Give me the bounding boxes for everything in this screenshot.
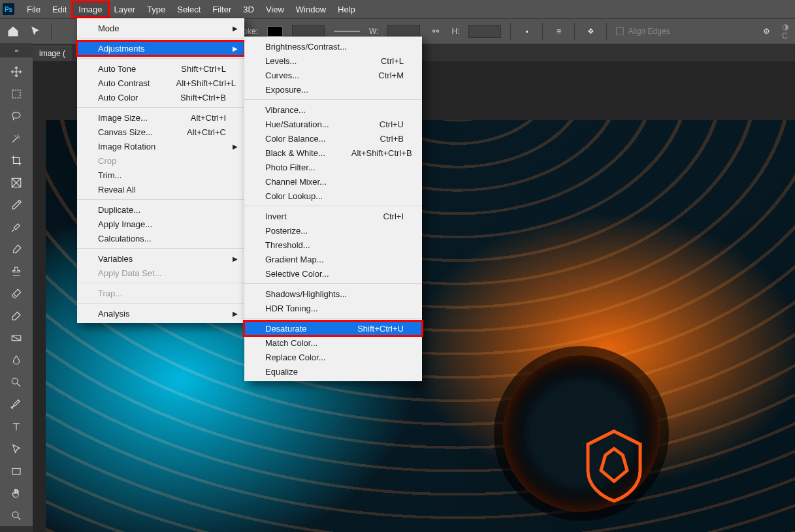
menu-window[interactable]: Window — [290, 2, 332, 17]
menuitem-channel-mixer[interactable]: Channel Mixer... — [244, 174, 422, 189]
menuitem-desaturate[interactable]: DesaturateShift+Ctrl+U — [244, 321, 422, 336]
tools-panel — [0, 57, 33, 526]
home-icon[interactable] — [7, 25, 20, 38]
menuitem-match-color[interactable]: Match Color... — [244, 336, 422, 350]
tool-crop[interactable] — [6, 150, 27, 171]
menuitem-levels[interactable]: Levels...Ctrl+L — [244, 54, 422, 68]
tool-blur[interactable] — [6, 350, 27, 371]
tool-dodge[interactable] — [6, 372, 27, 393]
width-label: W: — [369, 27, 378, 36]
tool-history-brush[interactable] — [6, 283, 27, 304]
menuitem-color-lookup[interactable]: Color Lookup... — [244, 189, 422, 203]
tool-healing[interactable] — [6, 217, 27, 238]
menuitem-selective-color[interactable]: Selective Color... — [244, 266, 422, 281]
menuitem-brightness-contrast[interactable]: Brightness/Contrast... — [244, 39, 422, 54]
tool-gradient[interactable] — [6, 328, 27, 349]
menuitem-crop: Crop — [77, 153, 244, 168]
menu-bar: Ps FileEditImageLayerTypeSelectFilter3DV… — [0, 0, 795, 18]
tool-lasso[interactable] — [6, 106, 27, 127]
menuitem-equalize[interactable]: Equalize — [244, 364, 422, 379]
menuitem-calculations[interactable]: Calculations... — [77, 231, 244, 245]
menu-help[interactable]: Help — [332, 2, 361, 17]
tool-frame[interactable] — [6, 172, 27, 193]
tool-brush[interactable] — [6, 239, 27, 260]
menuitem-auto-contrast[interactable]: Auto ContrastAlt+Shift+Ctrl+L — [77, 76, 244, 90]
menuitem-black-white[interactable]: Black & White...Alt+Shift+Ctrl+B — [244, 146, 422, 160]
tool-marquee[interactable] — [6, 84, 27, 104]
align-edges-checkbox[interactable]: Align Edges — [616, 27, 670, 36]
layers-icon[interactable]: ❖ — [584, 25, 597, 38]
menuitem-posterize[interactable]: Posterize... — [244, 223, 422, 238]
tool-stamp[interactable] — [6, 261, 27, 282]
tool-move[interactable] — [6, 61, 27, 82]
app-logo: Ps — [3, 3, 14, 15]
menuitem-hdr-toning[interactable]: HDR Toning... — [244, 301, 422, 315]
menu-select[interactable]: Select — [171, 2, 206, 17]
menuitem-image-rotation[interactable]: Image Rotation▶ — [77, 139, 244, 153]
tool-pen[interactable] — [6, 394, 27, 415]
menuitem-adjustments[interactable]: Adjustments▶ — [77, 41, 244, 55]
distribute-icon[interactable]: ≡ — [552, 25, 565, 38]
svg-point-5 — [12, 512, 18, 518]
menuitem-analysis[interactable]: Analysis▶ — [77, 306, 244, 321]
menu-layer[interactable]: Layer — [108, 2, 142, 17]
stroke-width-field[interactable] — [292, 25, 325, 38]
stroke-color-swatch[interactable] — [267, 26, 283, 37]
tool-zoom[interactable] — [6, 505, 27, 526]
menuitem-mode[interactable]: Mode▶ — [77, 21, 244, 35]
menu-edit[interactable]: Edit — [46, 2, 73, 17]
menuitem-vibrance[interactable]: Vibrance... — [244, 102, 422, 117]
link-icon[interactable]: ⚯ — [429, 25, 442, 38]
svg-rect-4 — [12, 469, 20, 475]
menu-type[interactable]: Type — [141, 2, 171, 17]
menuitem-image-size[interactable]: Image Size...Alt+Ctrl+I — [77, 110, 244, 125]
svg-point-3 — [12, 378, 18, 384]
menuitem-invert[interactable]: InvertCtrl+I — [244, 209, 422, 223]
panel-collapse-tab[interactable]: ▸▸ — [0, 43, 33, 57]
menuitem-auto-color[interactable]: Auto ColorShift+Ctrl+B — [77, 90, 244, 104]
menuitem-reveal-all[interactable]: Reveal All — [77, 182, 244, 196]
menu-view[interactable]: View — [260, 2, 290, 17]
arrow-cursor-icon[interactable] — [29, 25, 42, 38]
svg-rect-0 — [12, 90, 20, 98]
menuitem-hue-saturation[interactable]: Hue/Saturation...Ctrl+U — [244, 117, 422, 131]
menuitem-curves[interactable]: Curves...Ctrl+M — [244, 68, 422, 82]
adjustments-submenu: Brightness/Contrast...Levels...Ctrl+LCur… — [244, 37, 422, 381]
document-tab[interactable]: image ( — [33, 46, 72, 61]
gear-icon[interactable]: ⚙ — [760, 25, 773, 38]
tool-eyedropper[interactable] — [6, 195, 27, 215]
menu-file[interactable]: File — [21, 2, 46, 17]
tool-wand[interactable] — [6, 128, 27, 149]
menuitem-exposure[interactable]: Exposure... — [244, 82, 422, 97]
tool-hand[interactable] — [6, 483, 27, 504]
menuitem-apply-data-set: Apply Data Set... — [77, 266, 244, 280]
menuitem-variables[interactable]: Variables▶ — [77, 251, 244, 266]
tool-rectangle[interactable] — [6, 461, 27, 482]
image-menu: Mode▶Adjustments▶Auto ToneShift+Ctrl+LAu… — [77, 18, 244, 323]
menuitem-photo-filter[interactable]: Photo Filter... — [244, 160, 422, 174]
height-label: H: — [451, 27, 459, 36]
menuitem-auto-tone[interactable]: Auto ToneShift+Ctrl+L — [77, 61, 244, 76]
tool-path-select[interactable] — [6, 439, 27, 460]
menuitem-color-balance[interactable]: Color Balance...Ctrl+B — [244, 131, 422, 146]
tool-eraser[interactable] — [6, 305, 27, 326]
menuitem-replace-color[interactable]: Replace Color... — [244, 350, 422, 364]
align-icon[interactable]: ▪ — [520, 25, 533, 38]
menuitem-threshold[interactable]: Threshold... — [244, 238, 422, 252]
menu-3d[interactable]: 3D — [237, 2, 260, 17]
height-field[interactable] — [468, 25, 501, 38]
menu-image[interactable]: Image — [73, 2, 108, 17]
menuitem-canvas-size[interactable]: Canvas Size...Alt+Ctrl+C — [77, 125, 244, 139]
document-tab-strip: image ( — [33, 44, 72, 61]
stroke-style-dropdown[interactable] — [334, 31, 360, 32]
menuitem-duplicate[interactable]: Duplicate... — [77, 202, 244, 217]
menuitem-trim[interactable]: Trim... — [77, 168, 244, 182]
menuitem-trap: Trap... — [77, 286, 244, 300]
menuitem-shadows-highlights[interactable]: Shadows/Highlights... — [244, 287, 422, 301]
corner-button[interactable]: ◑ C — [782, 25, 795, 38]
menuitem-apply-image[interactable]: Apply Image... — [77, 217, 244, 231]
menu-filter[interactable]: Filter — [206, 2, 237, 17]
tool-type[interactable] — [6, 416, 27, 437]
menuitem-gradient-map[interactable]: Gradient Map... — [244, 252, 422, 266]
width-field[interactable] — [387, 25, 420, 38]
